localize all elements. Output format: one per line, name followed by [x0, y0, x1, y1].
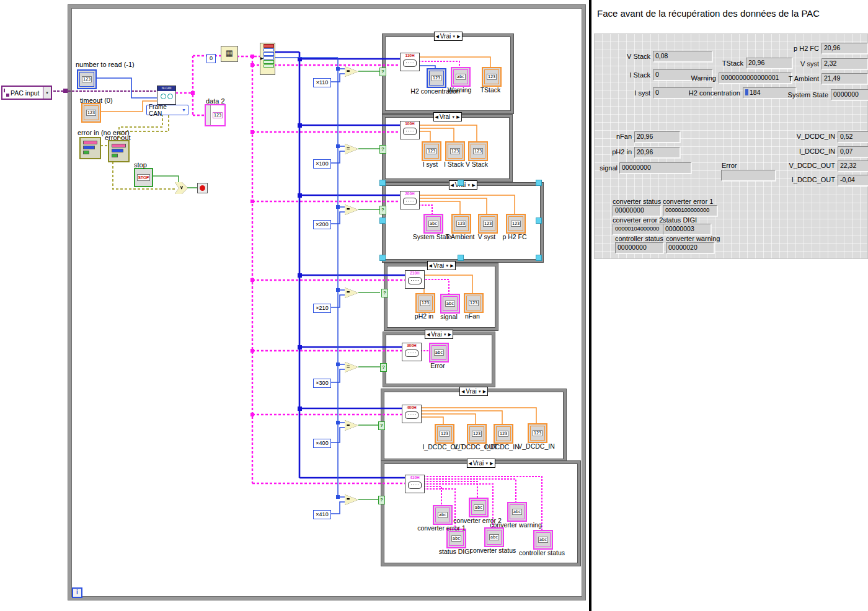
can-frame-vi-300h[interactable]: 300H	[402, 343, 422, 361]
indicator-terminal[interactable]: 123	[478, 214, 498, 234]
indicator-terminal[interactable]: abc	[469, 498, 489, 517]
pac-input-control[interactable]: PAC input ▼	[1, 86, 52, 100]
case-prev-icon[interactable]: ◀	[435, 33, 438, 40]
loop-condition-terminal[interactable]	[197, 183, 208, 193]
can-frame-vi-100h[interactable]: 100H	[400, 121, 420, 139]
v-syst-indicator[interactable]: 2,32	[822, 58, 868, 69]
case-selector[interactable]: ◀Vrai▼▶	[466, 459, 495, 468]
indicator-terminal[interactable]: abc	[423, 214, 443, 234]
indicator-terminal[interactable]: 123	[464, 293, 484, 313]
unbundle-by-name-function[interactable]: ▶	[260, 43, 275, 75]
can-frame-vi-400h[interactable]: 400H	[402, 405, 422, 423]
equal-function[interactable]: =	[345, 420, 358, 431]
hex-constant[interactable]: ×210	[313, 304, 331, 313]
selection-handle[interactable]	[458, 180, 464, 186]
hex-constant[interactable]: ×300	[313, 379, 331, 388]
indicator-terminal[interactable]: abc	[440, 294, 460, 314]
indicator-terminal[interactable]: 123	[494, 424, 513, 444]
equal-function[interactable]: =	[345, 288, 358, 298]
or-function[interactable]: ∨	[175, 182, 188, 194]
converter-error2-indicator[interactable]: 00000104000000	[613, 224, 667, 235]
case-selector[interactable]: ◀Vrai▼▶	[427, 261, 455, 270]
case-prev-icon[interactable]: ◀	[468, 460, 471, 467]
indicator-terminal[interactable]: 123	[427, 68, 446, 88]
status-digi-indicator[interactable]: 00000003	[663, 224, 711, 235]
ph2-in-indicator[interactable]: 20,96	[634, 147, 680, 158]
converter-error1-indicator[interactable]: 00000100000000	[663, 205, 717, 216]
nfan-indicator[interactable]: 20,96	[634, 131, 680, 143]
error-in-cluster[interactable]	[79, 137, 101, 159]
case-next-icon[interactable]: ▶	[472, 182, 475, 189]
hex-constant[interactable]: ×110	[313, 78, 331, 87]
case-selector[interactable]: ◀Vrai▼▶	[433, 112, 461, 121]
number-to-read-control[interactable]: 123	[77, 69, 97, 89]
indicator-terminal[interactable]: 123	[528, 423, 547, 443]
equal-function[interactable]: =	[345, 204, 358, 215]
selection-handle[interactable]	[379, 218, 386, 224]
case-next-icon[interactable]: ▶	[457, 33, 460, 40]
converter-warning-indicator[interactable]: 00000020	[666, 242, 714, 253]
can-frame-vi-110h[interactable]: 110H	[400, 53, 420, 71]
equal-function[interactable]: =	[345, 144, 358, 154]
case-prev-icon[interactable]: ◀	[461, 388, 464, 395]
hex-constant[interactable]: ×100	[313, 159, 331, 169]
v-dcdc-in-indicator[interactable]: 0,52	[838, 131, 868, 143]
error-indicator[interactable]	[721, 170, 776, 181]
system-state-indicator[interactable]: 0000000	[831, 89, 868, 100]
error-out-cluster[interactable]	[108, 140, 130, 162]
i-dcdc-out-indicator[interactable]: -0,04	[838, 175, 868, 186]
timeout-control[interactable]: 123	[81, 103, 101, 123]
case-next-icon[interactable]: ▶	[450, 262, 453, 270]
indicator-terminal[interactable]: abc	[484, 527, 504, 547]
chevron-down-icon[interactable]: ▼	[43, 87, 51, 99]
data2-array-indicator[interactable]: 123	[205, 104, 226, 126]
hex-constant[interactable]: ×400	[313, 439, 331, 448]
case-prev-icon[interactable]: ◀	[428, 262, 432, 270]
selection-handle[interactable]	[536, 255, 542, 261]
case-next-icon[interactable]: ▶	[456, 113, 459, 121]
can-frame-vi-210h[interactable]: 210H	[405, 270, 425, 289]
case-prev-icon[interactable]: ◀	[427, 331, 430, 338]
index-array-function[interactable]: ▦	[221, 46, 238, 62]
can-frame-vi-200h[interactable]: 200H	[400, 191, 420, 209]
case-next-icon[interactable]: ▶	[490, 460, 493, 467]
indicator-terminal[interactable]: 123	[482, 67, 502, 87]
case-prev-icon[interactable]: ◀	[450, 182, 453, 189]
indicator-terminal[interactable]: 123	[468, 141, 488, 161]
i-dcdc-in-indicator[interactable]: 0,07	[838, 146, 868, 157]
indicator-terminal[interactable]: 123	[445, 141, 465, 161]
selection-handle[interactable]	[536, 180, 542, 186]
p-h2-fc-indicator[interactable]: 20,96	[822, 43, 868, 54]
ni-can-read-vi[interactable]: NI-CAN	[157, 86, 176, 105]
equal-function[interactable]: =	[345, 495, 358, 505]
indicator-terminal[interactable]: 123	[415, 293, 435, 313]
zero-constant[interactable]: 0	[206, 54, 216, 63]
indicator-terminal[interactable]: 123	[451, 214, 471, 234]
equal-function[interactable]: =	[345, 66, 358, 77]
selection-handle[interactable]	[458, 255, 464, 261]
indicator-terminal[interactable]: abc	[429, 343, 449, 363]
indicator-terminal[interactable]: abc	[533, 530, 553, 550]
indicator-terminal[interactable]: 123	[422, 141, 441, 161]
indicator-terminal[interactable]: abc	[507, 502, 527, 522]
case-selector[interactable]: ◀Vrai▼▶	[433, 32, 462, 41]
stop-button-terminal[interactable]: STOP	[134, 168, 153, 187]
equal-function[interactable]: =	[345, 362, 358, 372]
indicator-terminal[interactable]: 123	[506, 214, 526, 234]
case-selector[interactable]: ◀Vrai▼▶	[459, 387, 488, 396]
can-frame-vi-410h[interactable]: 410H	[405, 475, 425, 493]
case-next-icon[interactable]: ▶	[483, 388, 486, 395]
hex-constant[interactable]: ×200	[313, 220, 331, 229]
indicator-terminal[interactable]: 123	[467, 424, 487, 444]
signal-indicator[interactable]: 00000000	[619, 162, 691, 174]
converter-status-indicator[interactable]: 00000000	[613, 205, 661, 216]
indicator-terminal[interactable]: abc	[451, 67, 471, 87]
case-selector[interactable]: ◀Vrai▼▶	[425, 330, 453, 339]
selection-handle[interactable]	[379, 180, 386, 186]
hex-constant[interactable]: ×410	[313, 510, 331, 519]
selection-handle[interactable]	[379, 255, 386, 261]
case-prev-icon[interactable]: ◀	[435, 113, 438, 121]
controller-status-indicator[interactable]: 00000000	[615, 242, 663, 253]
increment-icon[interactable]	[745, 89, 748, 95]
case-next-icon[interactable]: ▶	[448, 331, 451, 338]
